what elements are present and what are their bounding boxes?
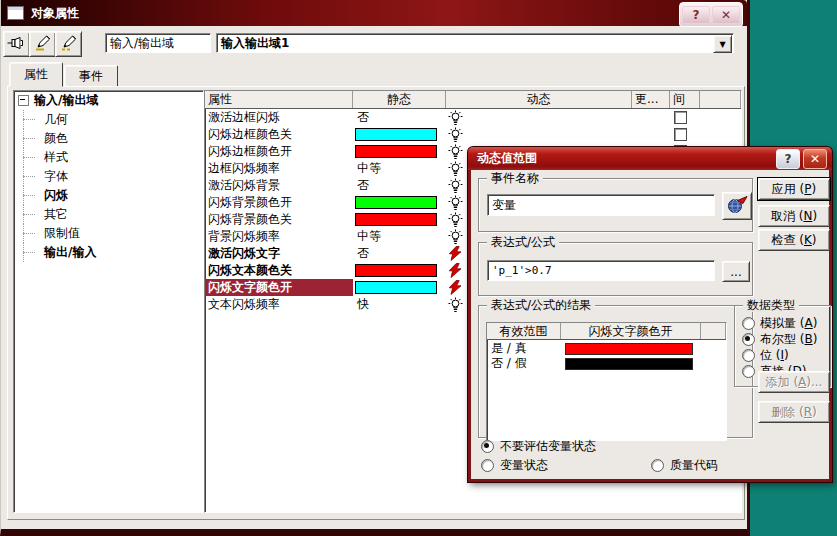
tree-item[interactable]: 字体 xyxy=(14,167,203,186)
bulb-icon[interactable] xyxy=(448,109,632,126)
color-swatch[interactable] xyxy=(355,213,437,226)
event-name-field[interactable]: 变量 xyxy=(487,194,715,216)
result-row[interactable]: 是 / 真 xyxy=(487,340,726,355)
tab-events[interactable]: 事件 xyxy=(64,65,118,87)
object-name-combobox[interactable]: 输入输出域1 ▼ xyxy=(216,33,734,53)
attribute-name[interactable]: 闪烁文字颜色开 xyxy=(205,279,353,296)
indirect-checkbox[interactable] xyxy=(674,128,687,141)
result-color-swatch[interactable] xyxy=(565,358,693,370)
radio-icon[interactable] xyxy=(742,349,755,362)
col-attribute[interactable]: 属性 xyxy=(205,91,353,108)
color-swatch[interactable] xyxy=(355,264,437,277)
attribute-name[interactable]: 闪烁背景颜色关 xyxy=(205,211,353,228)
radio-icon[interactable] xyxy=(742,365,755,378)
update-cycle-cell[interactable] xyxy=(632,126,670,143)
radio-icon[interactable] xyxy=(651,459,664,472)
attribute-name[interactable]: 边框闪烁频率 xyxy=(205,160,353,177)
tab-properties[interactable]: 属性 xyxy=(9,62,63,87)
dialog-help-button[interactable]: ? xyxy=(776,149,800,169)
event-name-label: 事件名称 xyxy=(487,171,543,185)
col-static[interactable]: 静态 xyxy=(353,91,446,108)
tree-root-item[interactable]: 输入/输出域 xyxy=(14,91,203,110)
attribute-name[interactable]: 闪烁边框颜色开 xyxy=(205,143,353,160)
check-button[interactable]: 检查 (K) xyxy=(758,229,830,251)
col-valid-range[interactable]: 有效范围 xyxy=(487,323,561,339)
status-option-quality-code[interactable]: 质量代码 xyxy=(651,457,718,474)
radio-icon[interactable] xyxy=(742,333,755,346)
attribute-name[interactable]: 激活闪烁背景 xyxy=(205,177,353,194)
attribute-name[interactable]: 激活边框闪烁 xyxy=(205,109,353,126)
static-value[interactable]: 否 xyxy=(353,177,446,194)
attribute-name[interactable]: 闪烁文本颜色关 xyxy=(205,262,353,279)
toolbar: 输入/输出域 输入输出域1 ▼ xyxy=(3,30,741,56)
static-value[interactable] xyxy=(353,262,446,279)
attribute-row[interactable]: 闪烁边框颜色关 xyxy=(205,126,741,143)
update-cycle-cell[interactable] xyxy=(632,109,670,126)
pencil-attach-button[interactable] xyxy=(29,31,56,57)
static-value[interactable]: 快 xyxy=(353,296,446,313)
indirect-checkbox[interactable] xyxy=(674,111,687,124)
close-button[interactable]: ✕ xyxy=(712,6,740,24)
apply-button[interactable]: 应用 (P) xyxy=(758,178,830,200)
color-swatch[interactable] xyxy=(355,128,437,141)
color-swatch[interactable] xyxy=(355,196,437,209)
combo-dropdown-button[interactable]: ▼ xyxy=(713,35,732,53)
attribute-row[interactable]: 激活边框闪烁否 xyxy=(205,109,741,126)
add-button[interactable]: 添加 (A)... xyxy=(758,371,830,393)
result-row[interactable]: 否 / 假 xyxy=(487,355,726,370)
pin-button[interactable] xyxy=(3,31,30,57)
tree-item[interactable]: 闪烁 xyxy=(14,186,203,205)
col-indirect[interactable]: 间 xyxy=(670,91,700,108)
tree-item[interactable]: 几何 xyxy=(14,110,203,129)
static-value[interactable]: 否 xyxy=(353,109,446,126)
dialog-titlebar[interactable]: 动态值范围 ? ✕ xyxy=(468,147,832,170)
status-option-no-evaluate[interactable]: 不要评估变量状态 xyxy=(481,438,596,455)
datatype-option[interactable]: 布尔型 (B) xyxy=(742,331,828,347)
datatype-option[interactable]: 模拟量 (A) xyxy=(742,315,828,331)
tree-item[interactable]: 输出/输入 xyxy=(14,243,203,262)
static-value[interactable]: 中等 xyxy=(353,160,446,177)
radio-icon[interactable] xyxy=(742,317,755,330)
tree-item[interactable]: 其它 xyxy=(14,205,203,224)
attribute-name[interactable]: 文本闪烁频率 xyxy=(205,296,353,313)
attribute-name[interactable]: 激活闪烁文字 xyxy=(205,245,353,262)
color-swatch[interactable] xyxy=(355,281,437,294)
col-target-attribute[interactable]: 闪烁文字颜色开 xyxy=(561,323,701,339)
attribute-name[interactable]: 闪烁背景颜色开 xyxy=(205,194,353,211)
help-button[interactable]: ? xyxy=(682,6,710,24)
tree-item[interactable]: 限制值 xyxy=(14,224,203,243)
event-name-group: 事件名称 变量 xyxy=(478,178,753,232)
remove-button[interactable]: 删除 (R) xyxy=(758,401,830,423)
col-dynamic[interactable]: 动态 xyxy=(446,91,632,108)
static-value[interactable] xyxy=(353,211,446,228)
tag-select-button[interactable] xyxy=(722,192,752,220)
static-value[interactable] xyxy=(353,143,446,160)
static-value[interactable]: 中等 xyxy=(353,228,446,245)
radio-icon[interactable] xyxy=(481,440,494,453)
static-value[interactable] xyxy=(353,194,446,211)
bulb-icon[interactable] xyxy=(448,126,632,143)
main-titlebar[interactable]: 对象属性 ? ✕ xyxy=(1,0,747,26)
pencil-edit-button[interactable] xyxy=(55,31,82,57)
tree-item[interactable]: 颜色 xyxy=(14,129,203,148)
result-list[interactable]: 有效范围 闪烁文字颜色开 是 / 真否 / 假 xyxy=(486,322,727,441)
tree-item-label: 字体 xyxy=(44,168,68,185)
attribute-name[interactable]: 背景闪烁频率 xyxy=(205,228,353,245)
radio-icon[interactable] xyxy=(481,459,494,472)
collapse-icon[interactable] xyxy=(18,95,29,106)
attribute-name[interactable]: 闪烁边框颜色关 xyxy=(205,126,353,143)
expression-field[interactable]: 'p_1'>0.7 xyxy=(487,260,715,281)
expression-browse-button[interactable]: ... xyxy=(722,261,750,282)
datatype-option[interactable]: 位 (I) xyxy=(742,347,828,363)
indirect-cell xyxy=(670,109,700,126)
color-swatch[interactable] xyxy=(355,145,437,158)
tree-item[interactable]: 样式 xyxy=(14,148,203,167)
status-option-tag-status[interactable]: 变量状态 xyxy=(481,457,548,474)
cancel-button[interactable]: 取消 (N) xyxy=(758,205,830,227)
col-update[interactable]: 更... xyxy=(632,91,670,108)
static-value[interactable]: 否 xyxy=(353,245,446,262)
static-value[interactable] xyxy=(353,279,446,296)
static-value[interactable] xyxy=(353,126,446,143)
result-color-swatch[interactable] xyxy=(565,343,693,355)
dialog-close-button[interactable]: ✕ xyxy=(803,149,827,169)
